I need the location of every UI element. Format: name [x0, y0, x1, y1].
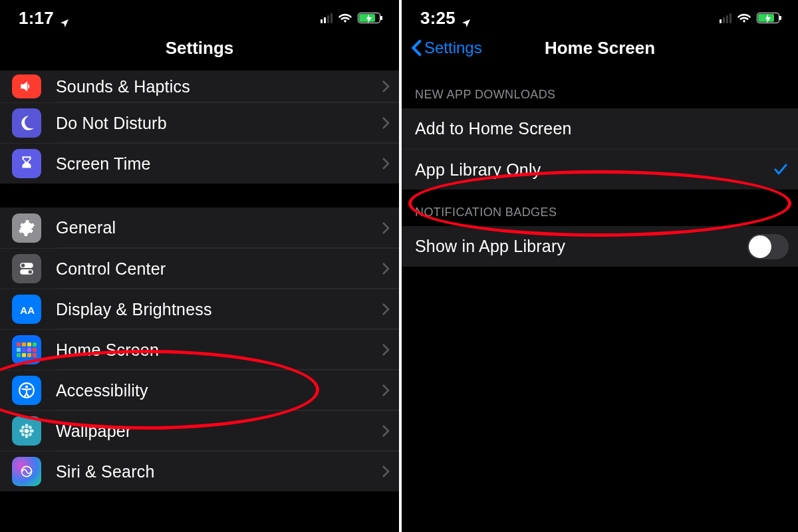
- chevron-right-icon: [382, 80, 390, 93]
- back-label: Settings: [424, 39, 482, 57]
- cellular-signal-icon: [321, 13, 332, 23]
- settings-root-screen: 1:17 Settings: [0, 0, 399, 532]
- settings-row-controlcenter[interactable]: Control Center: [0, 248, 399, 289]
- svg-point-1: [21, 263, 25, 267]
- row-label: Sounds & Haptics: [56, 77, 190, 96]
- svg-point-7: [25, 429, 29, 434]
- option-app-library-only[interactable]: App Library Only: [402, 149, 798, 190]
- svg-point-13: [28, 425, 33, 430]
- settings-group: General Control Center AA Dis: [0, 207, 399, 491]
- svg-point-9: [25, 434, 29, 438]
- section-header: NOTIFICATION BADGES: [402, 190, 798, 226]
- hourglass-icon: [12, 149, 41, 178]
- row-label: Accessibility: [56, 381, 148, 400]
- moon-icon: [12, 108, 41, 138]
- navbar: Settings Home Screen: [402, 29, 798, 66]
- chevron-right-icon: [382, 465, 390, 478]
- home-screen-settings: 3:25 Settings: [399, 0, 798, 532]
- chevron-right-icon: [382, 303, 390, 316]
- siri-icon: [12, 457, 41, 486]
- settings-row-wallpaper[interactable]: Wallpaper: [0, 410, 399, 451]
- svg-point-15: [28, 432, 33, 437]
- row-label: Siri & Search: [56, 462, 155, 481]
- settings-group: Sounds & Haptics Do Not Disturb: [0, 70, 399, 184]
- location-arrow-icon: [461, 13, 471, 23]
- row-label: Display & Brightness: [56, 300, 212, 319]
- chevron-right-icon: [382, 424, 390, 438]
- row-label: App Library Only: [415, 160, 541, 180]
- speaker-icon: [12, 74, 41, 98]
- row-label: Control Center: [56, 259, 166, 279]
- settings-row-sounds[interactable]: Sounds & Haptics: [0, 70, 399, 102]
- status-bar: 3:25: [402, 0, 798, 29]
- location-arrow-icon: [59, 13, 70, 23]
- gear-icon: [12, 213, 41, 243]
- svg-point-10: [19, 430, 24, 433]
- home-grid-icon: [12, 335, 41, 364]
- toggle-show-in-app-library[interactable]: Show in App Library: [402, 226, 798, 267]
- status-bar: 1:17: [0, 0, 399, 29]
- svg-point-14: [21, 432, 25, 437]
- option-add-home-screen[interactable]: Add to Home Screen: [402, 108, 798, 149]
- row-label: Add to Home Screen: [415, 119, 572, 138]
- settings-row-accessibility[interactable]: Accessibility: [0, 370, 399, 410]
- settings-row-general[interactable]: General: [0, 207, 399, 248]
- battery-charging-icon: [757, 13, 779, 23]
- svg-text:AA: AA: [20, 305, 35, 316]
- row-label: Show in App Library: [415, 237, 565, 256]
- svg-point-6: [25, 385, 28, 388]
- settings-list[interactable]: Sounds & Haptics Do Not Disturb: [0, 70, 399, 491]
- section-header: NEW APP DOWNLOADS: [402, 72, 798, 108]
- chevron-right-icon: [382, 343, 390, 356]
- chevron-right-icon: [382, 116, 390, 130]
- settings-row-siri[interactable]: Siri & Search: [0, 451, 399, 491]
- battery-charging-icon: [358, 13, 380, 23]
- settings-row-display[interactable]: AA Display & Brightness: [0, 289, 399, 329]
- home-screen-list[interactable]: NEW APP DOWNLOADS Add to Home Screen App…: [402, 72, 798, 267]
- svg-point-12: [21, 425, 25, 430]
- row-label: Do Not Disturb: [56, 114, 167, 133]
- svg-point-3: [29, 270, 32, 273]
- toggle-group: Show in App Library: [402, 226, 798, 267]
- page-title: Home Screen: [545, 38, 655, 59]
- back-button[interactable]: Settings: [411, 39, 482, 57]
- settings-row-homescreen[interactable]: Home Screen: [0, 329, 399, 370]
- page-title: Settings: [166, 38, 234, 59]
- status-time: 3:25: [420, 8, 456, 29]
- aa-icon: AA: [12, 295, 41, 324]
- chevron-right-icon: [382, 262, 390, 275]
- svg-point-11: [29, 430, 34, 433]
- row-label: Home Screen: [56, 340, 159, 360]
- wifi-icon: [338, 13, 352, 23]
- status-time: 1:17: [19, 8, 54, 29]
- settings-row-dnd[interactable]: Do Not Disturb: [0, 102, 399, 143]
- chevron-right-icon: [382, 221, 390, 235]
- switch-off[interactable]: [747, 234, 789, 259]
- row-label: Screen Time: [56, 154, 151, 174]
- row-label: Wallpaper: [56, 422, 131, 441]
- cellular-signal-icon: [720, 13, 732, 23]
- accessibility-icon: [12, 376, 41, 405]
- svg-point-8: [25, 424, 29, 428]
- chevron-right-icon: [382, 384, 390, 397]
- navbar: Settings: [0, 29, 399, 66]
- switches-icon: [12, 254, 41, 283]
- wifi-icon: [737, 13, 751, 23]
- flower-icon: [12, 416, 41, 446]
- checkmark-icon: [773, 162, 789, 178]
- chevron-right-icon: [382, 157, 390, 170]
- settings-row-screentime[interactable]: Screen Time: [0, 143, 399, 184]
- option-group: Add to Home Screen App Library Only: [402, 108, 798, 190]
- section-gap: [0, 184, 399, 207]
- row-label: General: [56, 218, 116, 237]
